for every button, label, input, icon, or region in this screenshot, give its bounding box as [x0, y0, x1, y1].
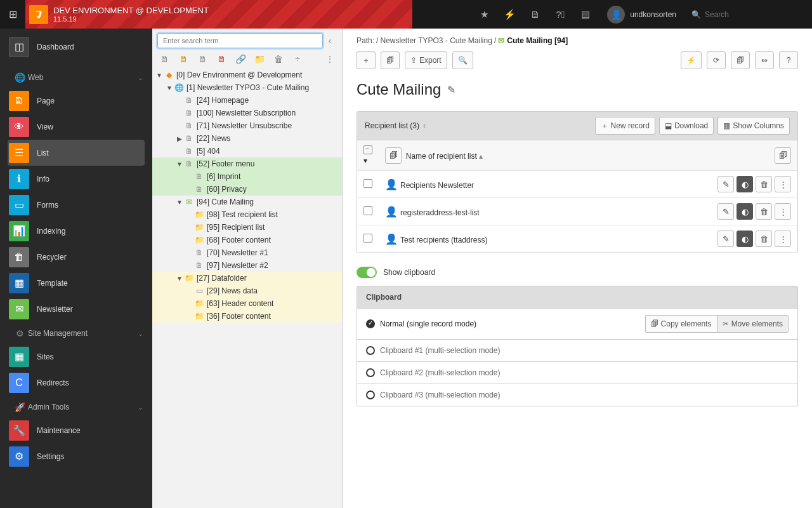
version: 11.5.19 [53, 15, 209, 23]
search-icon: 🔍 [691, 10, 701, 19]
topbar-right: ★ ⚡ 🗎 ?⃝ ▤ 👤 undkonsorten 🔍 [412, 0, 812, 29]
help-icon[interactable]: ?⃝ [547, 0, 573, 29]
apps-icon[interactable]: ⊞ [0, 0, 25, 29]
username: undkonsorten [630, 10, 676, 19]
typo3-logo-icon [29, 5, 48, 24]
topbar: ⊞ DEV ENVIRONMENT @ DEVELOPMENT 11.5.19 … [0, 0, 812, 29]
user-menu[interactable]: 👤 undkonsorten [598, 0, 685, 29]
avatar-icon: 👤 [607, 6, 625, 23]
systeminfo-icon[interactable]: ▤ [573, 0, 598, 29]
bookmark-icon[interactable]: ★ [471, 0, 497, 29]
topbar-left: ⊞ DEV ENVIRONMENT @ DEVELOPMENT 11.5.19 [0, 0, 412, 29]
global-search[interactable]: 🔍 [685, 0, 812, 29]
opendocs-icon[interactable]: 🗎 [522, 0, 547, 29]
site-name: DEV ENVIRONMENT @ DEVELOPMENT [53, 6, 209, 15]
cache-icon[interactable]: ⚡ [497, 0, 522, 29]
branding[interactable]: DEV ENVIRONMENT @ DEVELOPMENT 11.5.19 [25, 5, 209, 24]
global-search-input[interactable] [705, 10, 800, 19]
